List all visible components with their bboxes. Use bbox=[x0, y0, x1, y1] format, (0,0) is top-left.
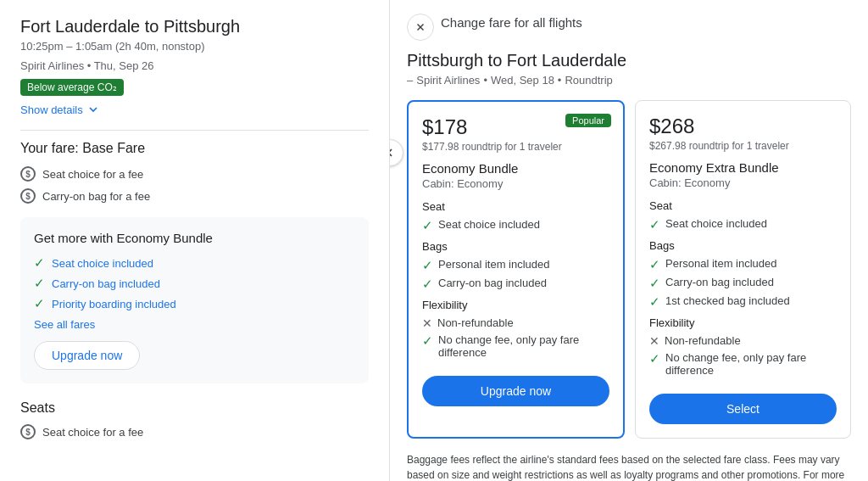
check-icon: ✓ bbox=[422, 218, 433, 233]
item-label: Non-refundable bbox=[437, 316, 514, 329]
dollar-icon-seats: $ bbox=[20, 424, 36, 439]
route-airline: Spirit Airlines bbox=[416, 74, 480, 87]
dollar-icon-2: $ bbox=[20, 188, 36, 204]
bundle-item-seat: ✓ Seat choice included bbox=[34, 255, 355, 271]
bundle-item-boarding-label: Priority boarding included bbox=[52, 298, 176, 310]
item-label: Carry-on bag included bbox=[665, 276, 774, 288]
bundle-item-boarding: ✓ Priority boarding included bbox=[34, 296, 355, 311]
route-separator: • bbox=[483, 74, 487, 87]
item-label: Carry-on bag included bbox=[438, 277, 547, 289]
seats-title: Seats bbox=[20, 400, 369, 416]
bundle-item-bag: ✓ Carry-on bag included bbox=[34, 276, 355, 291]
card-price-sub-economy: $177.98 roundtrip for 1 traveler bbox=[422, 141, 609, 153]
dash-separator: – bbox=[407, 74, 413, 87]
card-item-carryon-2: ✓ Carry-on bag included bbox=[649, 276, 837, 291]
show-details-button[interactable]: Show details bbox=[20, 103, 369, 116]
item-label: Seat choice included bbox=[665, 217, 767, 230]
card-bundle-name-extra: Economy Extra Bundle bbox=[649, 160, 837, 175]
card-cabin-economy: Cabin: Economy bbox=[422, 177, 609, 190]
fare-card-economy-bundle: Popular $178 $177.98 roundtrip for 1 tra… bbox=[407, 100, 625, 439]
section-title-seat-1: Seat bbox=[422, 200, 609, 213]
bundle-promo-title: Get more with Economy Bundle bbox=[34, 231, 355, 245]
fare-cards: Popular $178 $177.98 roundtrip for 1 tra… bbox=[407, 100, 851, 439]
section-title-flex-1: Flexibility bbox=[422, 299, 609, 311]
fare-item-bag: $ Carry-on bag for a fee bbox=[20, 188, 369, 204]
card-price-extra: $268 bbox=[649, 115, 837, 138]
fare-item-bag-label: Carry-on bag for a fee bbox=[42, 190, 150, 203]
see-all-fares-link[interactable]: See all fares bbox=[34, 318, 355, 331]
card-item-change-2: ✓ No change fee, only pay fare differenc… bbox=[649, 351, 837, 377]
route-date: Wed, Sep 18 bbox=[491, 74, 554, 87]
flight-title: Fort Lauderdale to Pittsburgh bbox=[20, 17, 369, 36]
card-item-carryon-1: ✓ Carry-on bag included bbox=[422, 277, 609, 292]
check-icon-boarding: ✓ bbox=[34, 296, 45, 311]
item-label: Non-refundable bbox=[665, 334, 741, 347]
card-item-change-1: ✓ No change fee, only pay fare differenc… bbox=[422, 333, 609, 359]
section-title-seat-2: Seat bbox=[649, 199, 837, 212]
route-title: Pittsburgh to Fort Lauderdale bbox=[407, 51, 851, 70]
flight-airline: Spirit Airlines • Thu, Sep 26 bbox=[20, 59, 369, 72]
seats-item: $ Seat choice for a fee bbox=[20, 424, 369, 439]
item-label: Personal item included bbox=[665, 257, 777, 270]
section-title-bags-1: Bags bbox=[422, 240, 609, 253]
fare-title: Your fare: Base Fare bbox=[20, 141, 369, 156]
select-button[interactable]: Select bbox=[649, 394, 837, 424]
bundle-item-bag-label: Carry-on bag included bbox=[52, 277, 160, 290]
section-title-flex-2: Flexibility bbox=[649, 316, 837, 329]
item-label: Personal item included bbox=[438, 258, 550, 271]
check-icon: ✓ bbox=[422, 277, 433, 292]
card-price-sub-extra: $267.98 roundtrip for 1 traveler bbox=[649, 140, 837, 152]
fare-item-seat-label: Seat choice for a fee bbox=[42, 168, 143, 181]
chevron-down-icon bbox=[86, 103, 100, 116]
card-item-seat-choice-1: ✓ Seat choice included bbox=[422, 218, 609, 233]
check-icon: ✓ bbox=[649, 276, 660, 291]
check-icon: ✓ bbox=[649, 217, 660, 232]
item-label: No change fee, only pay fare difference bbox=[665, 351, 837, 377]
change-fare-title: Change fare for all flights bbox=[441, 15, 582, 30]
check-icon-bag: ✓ bbox=[34, 276, 45, 291]
card-item-personal-1: ✓ Personal item included bbox=[422, 258, 609, 273]
back-icon bbox=[390, 146, 397, 159]
close-icon bbox=[415, 21, 426, 33]
route-separator2: • bbox=[558, 74, 562, 87]
footnote-1: Baggage fees reflect the airline's stand… bbox=[407, 452, 851, 481]
x-icon: ✕ bbox=[422, 316, 432, 330]
section-title-bags-2: Bags bbox=[649, 239, 837, 252]
card-item-personal-2: ✓ Personal item included bbox=[649, 257, 837, 272]
card-cabin-extra: Cabin: Economy bbox=[649, 176, 837, 189]
route-type: Roundtrip bbox=[565, 74, 612, 87]
card-item-refund-2: ✕ Non-refundable bbox=[649, 334, 837, 348]
popular-badge: Popular bbox=[565, 114, 611, 127]
check-icon: ✓ bbox=[649, 294, 660, 310]
route-subtitle: – Spirit Airlines • Wed, Sep 18 • Roundt… bbox=[407, 74, 851, 87]
check-icon: ✓ bbox=[649, 351, 660, 366]
check-icon: ✓ bbox=[649, 257, 660, 272]
card-bundle-name-economy: Economy Bundle bbox=[422, 161, 609, 176]
item-label: No change fee, only pay fare difference bbox=[438, 333, 609, 359]
card-item-seat-choice-2: ✓ Seat choice included bbox=[649, 217, 837, 232]
fare-card-economy-extra-bundle: $268 $267.98 roundtrip for 1 traveler Ec… bbox=[635, 100, 851, 439]
close-button[interactable] bbox=[407, 14, 434, 41]
bundle-item-seat-label: Seat choice included bbox=[52, 257, 153, 270]
fare-item-seat: $ Seat choice for a fee bbox=[20, 166, 369, 182]
bundle-promo-section: Get more with Economy Bundle ✓ Seat choi… bbox=[20, 217, 369, 383]
co2-badge: Below average CO₂ bbox=[20, 79, 124, 96]
upgrade-now-card-button[interactable]: Upgrade now bbox=[422, 376, 609, 406]
upgrade-now-button[interactable]: Upgrade now bbox=[34, 341, 140, 370]
seats-item-label: Seat choice for a fee bbox=[42, 426, 143, 439]
item-label: Seat choice included bbox=[438, 218, 540, 231]
right-panel: Change fare for all flights Pittsburgh t… bbox=[390, 0, 868, 481]
card-item-refund-1: ✕ Non-refundable bbox=[422, 316, 609, 330]
divider bbox=[20, 130, 369, 131]
flight-time: 10:25pm – 1:05am (2h 40m, nonstop) bbox=[20, 40, 369, 53]
card-item-checked-2: ✓ 1st checked bag included bbox=[649, 294, 837, 310]
x-icon: ✕ bbox=[649, 334, 659, 348]
dollar-icon: $ bbox=[20, 166, 36, 182]
left-panel: Fort Lauderdale to Pittsburgh 10:25pm – … bbox=[0, 0, 390, 481]
back-button[interactable] bbox=[390, 139, 403, 166]
check-icon-seat: ✓ bbox=[34, 255, 45, 271]
item-label: 1st checked bag included bbox=[665, 294, 790, 307]
check-icon: ✓ bbox=[422, 333, 433, 349]
check-icon: ✓ bbox=[422, 258, 433, 273]
